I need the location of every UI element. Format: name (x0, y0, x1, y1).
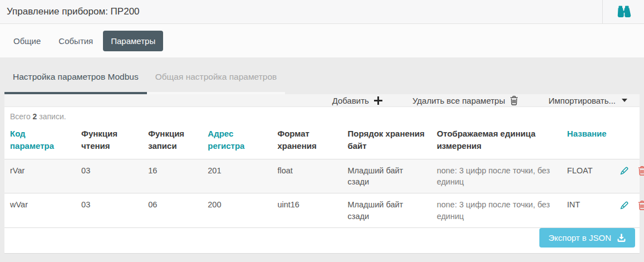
subtab-general-settings[interactable]: Общая настройка параметров (147, 57, 286, 94)
plus-icon (374, 96, 382, 105)
subtab-modbus-settings[interactable]: Настройка параметров Modbus (4, 57, 147, 94)
cell-byte-order: Младший байт сзади (342, 159, 431, 193)
binoculars-icon (616, 6, 631, 18)
delete-all-label: Удалить все параметры (412, 96, 505, 105)
delete-icon[interactable] (638, 201, 644, 210)
export-json-button[interactable]: Экспорт в JSON (539, 228, 635, 248)
cell-register-address: 200 (202, 193, 272, 228)
page-header: Управление прибором: ПР200 (0, 0, 644, 24)
cell-display-unit: none: 3 цифр после точки, без единиц (431, 193, 562, 228)
table-row-rvar: rVar 03 16 201 float Младший байт сзади … (4, 159, 640, 193)
edit-icon[interactable] (620, 201, 629, 210)
cell-param-code: rVar (4, 159, 76, 193)
col-header-name[interactable]: Название (562, 122, 607, 159)
delete-icon[interactable] (638, 166, 644, 176)
delete-all-parameters-button[interactable]: Удалить все параметры (409, 96, 522, 105)
table-header-row: Код параметра Функция чтения Функция зап… (4, 122, 640, 159)
table-row-wvar: wVar 03 06 200 uint16 Младший байт сзади… (4, 193, 640, 228)
panel-footer: Экспорт в JSON (4, 228, 640, 253)
col-header-display-unit: Отображаемая единица измерения (431, 122, 562, 159)
edit-icon[interactable] (620, 166, 629, 176)
cell-storage-format: float (272, 159, 342, 193)
modbus-parameters-table: Код параметра Функция чтения Функция зап… (4, 122, 640, 228)
col-header-register-address[interactable]: Адрес регистра (202, 122, 272, 159)
cell-read-function: 03 (76, 159, 142, 193)
cell-read-function: 03 (76, 193, 142, 228)
parameters-panel: Добавить Удалить все параметры (4, 94, 640, 254)
cell-write-function: 06 (142, 193, 202, 228)
col-header-storage-format: Формат хранения (272, 122, 342, 159)
device-management-page: Управление прибором: ПР200 Общие События… (0, 0, 644, 262)
col-header-write-function: Функция записи (142, 122, 202, 159)
col-header-param-code[interactable]: Код параметра (4, 122, 76, 159)
tab-events[interactable]: События (51, 31, 101, 51)
col-header-byte-order: Порядок хранения байт (342, 122, 431, 159)
col-header-actions (607, 122, 640, 159)
cell-register-address: 201 (202, 159, 272, 193)
table-toolbar: Добавить Удалить все параметры (4, 94, 640, 107)
main-tabs: Общие События Параметры (0, 24, 644, 57)
add-parameter-button[interactable]: Добавить (329, 96, 386, 105)
row-actions (607, 193, 640, 228)
chevron-down-icon (622, 99, 627, 102)
cell-name: INT (562, 193, 607, 228)
cell-param-code: wVar (4, 193, 76, 228)
tab-parameters[interactable]: Параметры (103, 31, 163, 51)
cell-write-function: 16 (142, 159, 202, 193)
cell-display-unit: none: 3 цифр после точки, без единиц (431, 159, 562, 193)
cell-name: FLOAT (562, 159, 607, 193)
download-icon (617, 234, 626, 242)
row-actions (607, 159, 640, 193)
tab-general[interactable]: Общие (6, 31, 48, 51)
import-dropdown-button[interactable]: Импортировать... (545, 96, 631, 105)
import-label: Импортировать... (548, 96, 616, 105)
records-summary: Всего 2 записи. (4, 107, 640, 122)
parameter-subtabs: Настройка параметров Modbus Общая настро… (0, 57, 644, 94)
cell-storage-format: uint16 (272, 193, 342, 228)
monitoring-button[interactable] (602, 0, 644, 24)
add-parameter-label: Добавить (332, 96, 369, 105)
page-title: Управление прибором: ПР200 (0, 6, 602, 17)
cell-byte-order: Младший байт сзади (342, 193, 431, 228)
export-json-label: Экспорт в JSON (548, 233, 611, 242)
trash-icon (510, 96, 518, 105)
col-header-read-function: Функция чтения (76, 122, 142, 159)
